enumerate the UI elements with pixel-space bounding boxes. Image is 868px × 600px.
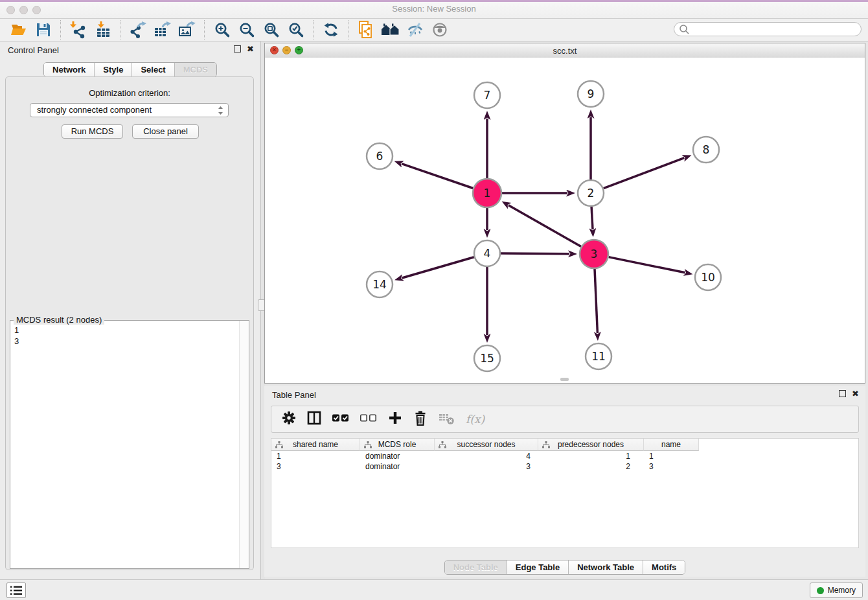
table-cell[interactable]: 1 <box>644 451 699 461</box>
zoom-fit-icon[interactable] <box>259 19 284 40</box>
node-label-14: 14 <box>372 278 387 291</box>
zoom-out-icon[interactable] <box>234 19 259 40</box>
close-panel-button[interactable]: Close panel <box>132 124 199 139</box>
close-panel-icon[interactable]: ✖ <box>852 390 859 397</box>
node-label-7: 7 <box>484 89 491 102</box>
tab-node-table[interactable]: Node Table <box>445 560 507 574</box>
tab-select[interactable]: Select <box>131 63 174 76</box>
list-icon <box>10 586 22 595</box>
column-header-successor-nodes[interactable]: successor nodes <box>435 439 538 451</box>
apply-layout-icon[interactable] <box>319 19 343 40</box>
tab-mcds[interactable]: MCDS <box>174 63 216 76</box>
node-label-3: 3 <box>591 248 598 260</box>
table-panel-title: Table Panel <box>272 390 316 400</box>
float-panel-icon[interactable] <box>234 45 241 52</box>
mcds-result-box: MCDS result (2 nodes) 13 <box>10 320 249 569</box>
table-settings-gear-icon[interactable] <box>282 411 296 428</box>
dropdown-stepper-icon <box>218 105 223 120</box>
table-header-row: shared nameMCDS rolesuccessor nodesprede… <box>271 439 858 451</box>
open-session-icon[interactable] <box>6 19 31 40</box>
search-field[interactable] <box>674 22 862 36</box>
run-mcds-button[interactable]: Run MCDS <box>62 124 123 139</box>
tab-network-table[interactable]: Network Table <box>568 560 643 574</box>
column-header-MCDS-role[interactable]: MCDS role <box>360 439 435 451</box>
network-canvas[interactable]: 1234678910111415 <box>265 58 865 383</box>
node-label-11: 11 <box>591 350 606 363</box>
toolbar-separator <box>60 20 62 40</box>
edge-4-14[interactable] <box>402 257 474 278</box>
tree-hierarchy-icon <box>439 441 446 448</box>
save-session-icon[interactable] <box>31 19 56 40</box>
export-image-icon[interactable] <box>175 19 200 40</box>
app-titlebar: Session: New Session <box>0 0 868 19</box>
criterion-dropdown[interactable]: strongly connected component <box>30 103 229 117</box>
search-input[interactable] <box>692 24 861 34</box>
tab-network[interactable]: Network <box>44 63 94 76</box>
main-toolbar <box>0 19 868 41</box>
column-header-shared-name[interactable]: shared name <box>271 439 360 451</box>
first-neighbors-icon[interactable] <box>378 19 403 40</box>
tab-edge-table[interactable]: Edge Table <box>507 560 568 574</box>
table-cell[interactable]: 1 <box>538 451 644 461</box>
import-network-icon[interactable] <box>66 19 91 40</box>
float-panel-icon[interactable] <box>839 390 846 397</box>
optimization-criterion-label: Optimization criterion: <box>6 88 253 98</box>
table-cell[interactable]: dominator <box>360 451 435 461</box>
table-row[interactable]: 1dominator411 <box>271 451 858 461</box>
zoom-in-icon[interactable] <box>210 19 234 40</box>
function-builder-icon[interactable]: f(x) <box>466 413 485 426</box>
tree-hierarchy-icon <box>542 441 550 448</box>
close-panel-icon[interactable]: ✖ <box>247 45 254 52</box>
node-table[interactable]: shared nameMCDS rolesuccessor nodesprede… <box>271 438 859 548</box>
table-cell[interactable]: 3 <box>435 461 538 472</box>
table-cell[interactable]: dominator <box>360 461 435 472</box>
node-label-2: 2 <box>588 187 595 200</box>
table-row[interactable]: 3dominator323 <box>271 461 858 472</box>
toolbar-separator <box>348 20 349 40</box>
table-panel: Table Panel ✖ f(x) shared nameMCDS rol <box>264 386 865 577</box>
control-panel: Control Panel ✖ NetworkStyleSelectMCDS O… <box>0 41 260 579</box>
table-cell[interactable]: 1 <box>271 451 360 461</box>
deselect-all-columns-icon[interactable] <box>360 412 377 426</box>
column-header-name[interactable]: name <box>644 439 699 451</box>
task-history-button[interactable] <box>6 583 26 598</box>
network-window-titlebar[interactable]: ✕ − + scc.txt <box>265 43 865 58</box>
toggle-columns-icon[interactable] <box>307 411 321 428</box>
edge-3-10[interactable] <box>609 257 685 273</box>
export-network-icon[interactable] <box>126 19 150 40</box>
tab-style[interactable]: Style <box>94 63 131 76</box>
column-header-predecessor-nodes[interactable]: predecessor nodes <box>538 439 644 451</box>
export-table-icon[interactable] <box>150 19 175 40</box>
show-all-icon[interactable] <box>428 19 452 40</box>
import-table-icon[interactable] <box>91 19 115 40</box>
edge-1-6[interactable] <box>402 164 473 189</box>
node-label-4: 4 <box>484 247 491 260</box>
network-graph[interactable]: 1234678910111415 <box>265 58 865 383</box>
node-label-15: 15 <box>480 352 494 365</box>
table-cell[interactable]: 4 <box>435 451 538 461</box>
memory-button[interactable]: Memory <box>810 583 863 598</box>
add-column-icon[interactable] <box>388 411 402 428</box>
edge-3-1[interactable] <box>508 205 581 247</box>
edge-2-3[interactable] <box>591 207 593 229</box>
memory-label: Memory <box>828 586 856 595</box>
table-toolbar: f(x) <box>271 406 859 433</box>
zoom-selected-icon[interactable] <box>284 19 308 40</box>
node-label-8: 8 <box>703 143 710 156</box>
new-network-from-selection-icon[interactable] <box>354 19 378 40</box>
table-cell[interactable]: 3 <box>644 461 699 472</box>
result-scrollbar[interactable] <box>239 321 249 568</box>
table-cell[interactable]: 3 <box>271 461 360 472</box>
hide-selected-icon[interactable] <box>403 19 428 40</box>
select-all-columns-icon[interactable] <box>332 412 349 426</box>
table-body: 1dominator4113dominator323 <box>271 451 858 472</box>
edge-4-3[interactable] <box>501 253 569 254</box>
mcds-result-lines[interactable]: 13 <box>10 322 238 568</box>
delete-table-icon[interactable] <box>439 411 455 428</box>
edge-2-8[interactable] <box>604 158 685 189</box>
canvas-hscroll-handle[interactable] <box>560 378 569 381</box>
tab-motifs[interactable]: Motifs <box>643 560 685 574</box>
table-cell[interactable]: 2 <box>538 461 644 472</box>
delete-columns-icon[interactable] <box>413 411 428 428</box>
edge-3-11[interactable] <box>595 269 597 333</box>
